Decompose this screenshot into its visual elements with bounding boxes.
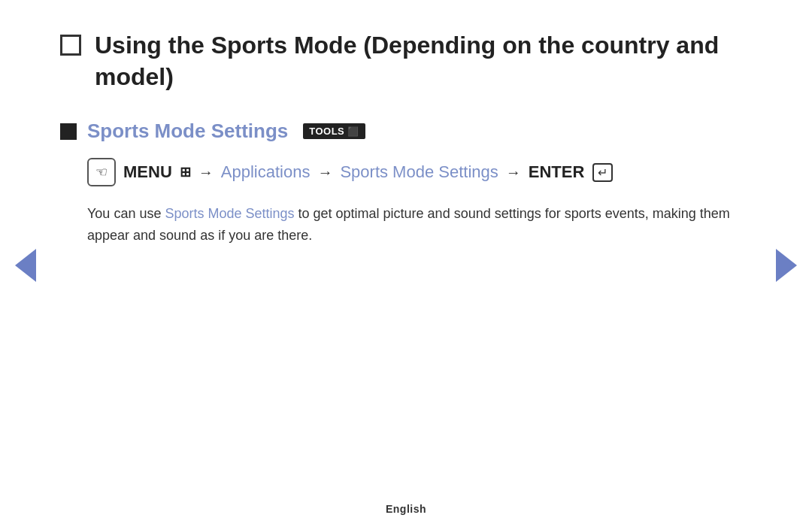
remote-hand-icon: ☜ — [95, 164, 108, 180]
menu-label: MENU — [123, 162, 172, 182]
menu-grid-icon: ⊞ — [180, 164, 191, 180]
filled-square-icon — [60, 123, 77, 140]
main-section-title: Using the Sports Mode (Depending on the … — [95, 30, 752, 92]
checkbox-icon — [60, 35, 81, 56]
enter-label: ENTER — [529, 162, 585, 182]
subsection-header: Sports Mode Settings TOOLS⬛ — [60, 120, 752, 143]
main-section-header: Using the Sports Mode (Depending on the … — [60, 30, 752, 92]
subsection: Sports Mode Settings TOOLS⬛ ☜ MENU ⊞ → A… — [60, 120, 752, 247]
arrow-3: → — [506, 164, 521, 181]
nav-left-button[interactable] — [15, 249, 36, 282]
nav-right-button[interactable] — [776, 249, 797, 282]
footer-language: English — [386, 503, 426, 515]
sports-mode-settings-link: Sports Mode Settings — [340, 162, 498, 182]
page-content: Using the Sports Mode (Depending on the … — [0, 0, 812, 277]
description-text: You can use Sports Mode Settings to get … — [87, 203, 752, 247]
enter-icon: ↵ — [592, 163, 613, 182]
remote-control-icon: ☜ — [87, 158, 116, 186]
menu-path: ☜ MENU ⊞ → Applications → Sports Mode Se… — [87, 158, 752, 186]
arrow-1: → — [198, 164, 214, 181]
description-sports-mode-link: Sports Mode Settings — [165, 206, 294, 221]
tools-badge: TOOLS⬛ — [303, 123, 365, 139]
tools-badge-label: TOOLS — [309, 126, 344, 137]
subsection-title: Sports Mode Settings — [87, 120, 288, 143]
arrow-2: → — [317, 164, 332, 181]
description-part1: You can use — [87, 206, 165, 221]
applications-link: Applications — [221, 162, 311, 182]
tools-badge-icon: ⬛ — [347, 126, 359, 137]
